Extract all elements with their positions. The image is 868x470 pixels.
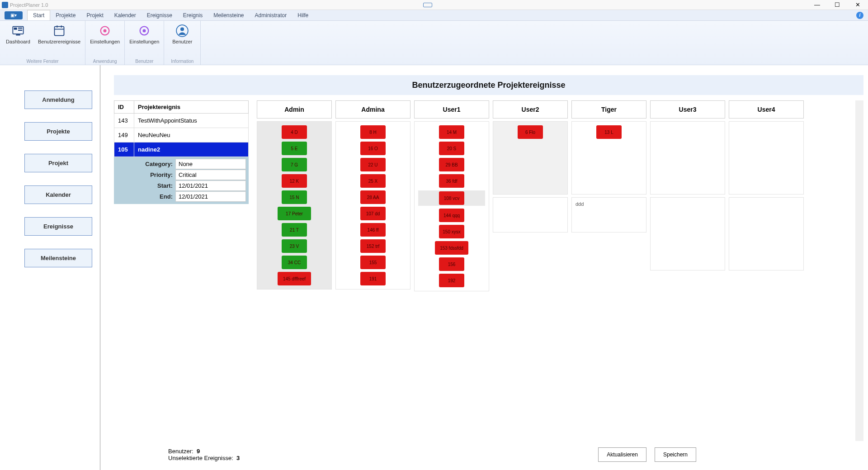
event-chip[interactable]: 4 D — [282, 125, 307, 139]
event-chip[interactable]: 152 trf — [360, 239, 386, 253]
event-chip[interactable]: 6 Flo — [518, 125, 543, 139]
event-chip[interactable]: 36 fdf — [439, 174, 464, 188]
event-id: 105 — [114, 142, 134, 157]
user-header[interactable]: Admina — [335, 100, 410, 119]
user-column: Tiger13 Lddd — [571, 100, 646, 294]
user-slot[interactable] — [729, 121, 804, 195]
svg-rect-2 — [18, 28, 22, 28]
col-id[interactable]: ID — [114, 101, 134, 114]
footer-user-count: 9 — [197, 448, 200, 455]
ribbon-user-info-button[interactable]: Benutzer — [169, 23, 196, 44]
user-header[interactable]: User4 — [729, 100, 804, 119]
menu-tab-start[interactable]: Start — [27, 10, 50, 20]
event-chip[interactable]: 8 H — [360, 125, 386, 139]
user-slot[interactable] — [650, 197, 725, 271]
menu-tab-hilfe[interactable]: Hilfe — [292, 10, 314, 20]
event-row[interactable]: 149NeuNeuNeu — [114, 128, 249, 142]
event-chip[interactable]: 145 dfffreef — [278, 272, 311, 285]
save-button[interactable]: Speichern — [655, 447, 696, 462]
menu-tab-projekte[interactable]: Projekte — [50, 10, 81, 20]
minimize-button[interactable]: ― — [807, 0, 827, 10]
menu-tab-projekt[interactable]: Projekt — [81, 10, 108, 20]
event-row[interactable]: 143TestWithAppointStatus — [114, 114, 249, 128]
event-chip[interactable]: 29 BB — [439, 158, 464, 171]
event-chip[interactable]: 23 V — [282, 239, 307, 253]
footer-unselected-count: 3 — [236, 455, 240, 461]
event-chip[interactable]: 17 Peter — [278, 207, 311, 220]
event-chip[interactable]: 13 L — [596, 125, 622, 139]
user-slot[interactable]: 13 L — [571, 121, 646, 195]
titlebar: ProjectPlaner 1.0 ― ☐ ✕ — [0, 0, 868, 10]
event-chip[interactable]: 156 — [439, 257, 464, 271]
event-chip[interactable]: 155 — [360, 256, 386, 269]
ribbon-dashboard-button[interactable]: Dashboard — [5, 23, 32, 44]
grip-icon[interactable] — [423, 3, 432, 7]
event-chip[interactable]: 192 — [439, 274, 464, 287]
user-slot[interactable]: 8 H16 O22 U25 X28 AA107 dd146 ff152 trf1… — [335, 121, 410, 290]
menu-tab-administrator[interactable]: Administrator — [250, 10, 292, 20]
detail-end[interactable]: 12/01/2021 — [175, 191, 246, 202]
user-slot[interactable]: 6 Flo — [493, 121, 568, 195]
event-chip[interactable]: 20 S — [439, 142, 464, 155]
sidebar-projekte[interactable]: Projekte — [24, 122, 92, 141]
event-chip[interactable]: 25 X — [360, 174, 386, 188]
event-chip[interactable]: 21 T — [282, 223, 307, 237]
event-chip[interactable]: 144 qqq — [439, 209, 464, 222]
event-chip[interactable]: 34 CC — [282, 256, 307, 269]
refresh-button[interactable]: Aktualisieren — [598, 447, 646, 462]
event-chip[interactable]: 150 xysx — [439, 225, 464, 238]
user-header[interactable]: User3 — [650, 100, 725, 119]
user-header[interactable]: User1 — [414, 100, 489, 119]
event-chip[interactable]: 107 dd — [360, 207, 386, 220]
gear-pink-icon — [99, 24, 111, 37]
user-slot[interactable]: ddd — [571, 197, 646, 233]
close-button[interactable]: ✕ — [848, 0, 868, 10]
col-name[interactable]: Projektereignis — [134, 101, 249, 114]
event-chip[interactable]: 12 K — [282, 174, 307, 188]
user-header[interactable]: Tiger — [571, 100, 646, 119]
menu-tab-ereignisse[interactable]: Ereignisse — [142, 10, 178, 20]
user-slot[interactable] — [729, 197, 804, 271]
event-chip[interactable]: 191 — [360, 272, 386, 285]
detail-priority[interactable]: Critical — [175, 170, 246, 180]
user-slot[interactable] — [493, 197, 568, 233]
event-chip[interactable]: 108 vcv — [439, 191, 464, 205]
sidebar-kalender[interactable]: Kalender — [24, 185, 92, 204]
calendar-icon — [53, 24, 66, 37]
detail-category[interactable]: None — [175, 159, 246, 169]
event-chip[interactable]: 16 O — [360, 142, 386, 155]
user-slot[interactable]: 14 M20 S29 BB36 fdf108 vcv144 qqq150 xys… — [414, 121, 489, 291]
event-chip[interactable]: 7 G — [282, 158, 307, 171]
maximize-button[interactable]: ☐ — [827, 0, 848, 10]
user-header[interactable]: User2 — [493, 100, 568, 119]
detail-start[interactable]: 12/01/2021 — [175, 180, 246, 191]
vertical-scrollbar[interactable] — [855, 100, 863, 441]
sidebar-meilensteine[interactable]: Meilensteine — [24, 249, 92, 267]
svg-rect-1 — [14, 28, 17, 30]
ribbon-user-settings-button[interactable]: Einstellungen — [129, 23, 159, 44]
sidebar-anmeldung[interactable]: Anmeldung — [24, 90, 92, 109]
event-chip[interactable]: 146 ff — [360, 223, 386, 237]
info-icon[interactable]: i — [856, 12, 863, 19]
quick-access-toolbar[interactable]: ▣▾ — [5, 11, 23, 19]
event-chip[interactable]: 22 U — [360, 158, 386, 171]
event-chip[interactable]: 15 N — [282, 190, 307, 204]
sidebar-projekt[interactable]: Projekt — [24, 154, 92, 172]
event-row[interactable]: 105nadine2 — [114, 142, 249, 157]
menu-tab-kalender[interactable]: Kalender — [109, 10, 142, 20]
event-chip[interactable]: 5 E — [282, 142, 307, 155]
event-id: 149 — [114, 128, 134, 142]
event-chip[interactable]: 14 M — [439, 125, 464, 139]
ribbon-app-settings-button[interactable]: Einstellungen — [90, 23, 120, 44]
user-header[interactable]: Admin — [257, 100, 332, 119]
event-chip[interactable]: 153 fdssfdd — [435, 241, 468, 255]
event-chip[interactable]: 28 AA — [360, 190, 386, 204]
menu-tab-ereignis[interactable]: Ereignis — [178, 10, 208, 20]
user-columns-scroll[interactable]: Admin4 D5 E7 G12 K15 N17 Peter21 T23 V34… — [257, 100, 847, 441]
user-slot[interactable]: 4 D5 E7 G12 K15 N17 Peter21 T23 V34 CC14… — [257, 121, 332, 290]
user-slot[interactable] — [650, 121, 725, 195]
sidebar-ereignisse[interactable]: Ereignisse — [24, 217, 92, 236]
detail-priority-label: Priority: — [117, 171, 175, 178]
menu-tab-meilensteine[interactable]: Meilensteine — [208, 10, 249, 20]
ribbon-user-events-button[interactable]: Benutzerereignisse — [38, 23, 80, 44]
